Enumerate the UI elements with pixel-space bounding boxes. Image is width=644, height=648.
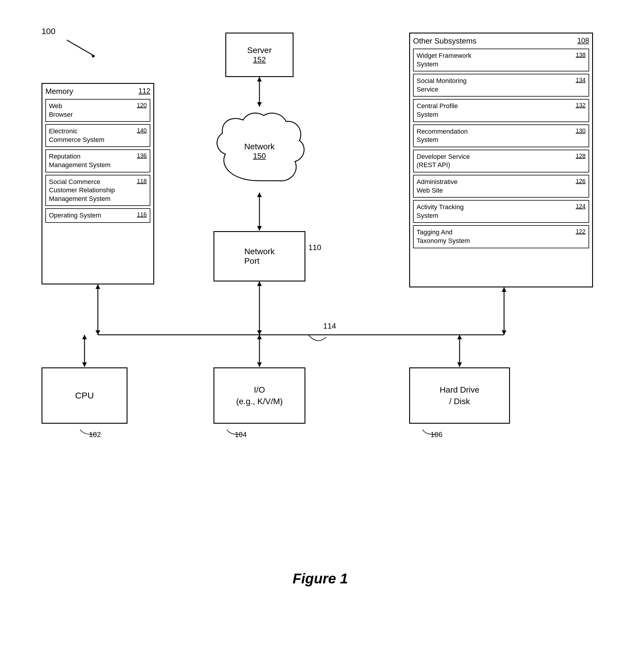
svg-marker-4 <box>257 102 262 107</box>
tagging-taxonomy-box: Tagging AndTaxonomy System 122 <box>413 225 589 248</box>
hd-title: Hard Drive/ Disk <box>440 384 480 407</box>
widget-framework-title: Widget FrameworkSystem <box>416 52 472 68</box>
server-box: Server 152 <box>225 33 294 77</box>
web-browser-box: WebBrowser 120 <box>45 99 150 122</box>
label-io: 104 <box>225 428 246 437</box>
os-num: 116 <box>137 211 147 218</box>
svg-marker-3 <box>257 77 262 82</box>
widget-framework-box: Widget FrameworkSystem 138 <box>413 49 589 71</box>
label-hd: 106 <box>421 428 442 439</box>
network-cloud: Network 150 <box>207 110 311 193</box>
ecommerce-box: ElectronicCommerce System 140 <box>45 124 150 147</box>
os-title: Operating System <box>49 211 101 220</box>
widget-framework-num: 138 <box>576 52 586 58</box>
memory-title: Memory <box>45 87 73 96</box>
network-title: Network <box>244 142 275 151</box>
svg-marker-19 <box>82 335 87 339</box>
admin-web-title: AdministrativeWeb Site <box>416 178 457 195</box>
svg-marker-11 <box>95 330 100 335</box>
reputation-num: 136 <box>137 152 147 159</box>
svg-marker-17 <box>502 330 506 335</box>
tagging-taxonomy-title: Tagging AndTaxonomy System <box>416 228 470 245</box>
svg-marker-22 <box>257 335 262 339</box>
social-commerce-num: 118 <box>137 178 147 184</box>
svg-line-0 <box>67 40 95 56</box>
svg-marker-10 <box>95 284 100 289</box>
reputation-title: ReputationManagement System <box>49 152 111 169</box>
memory-box: Memory 112 WebBrowser 120 ElectronicComm… <box>42 83 154 284</box>
hard-drive-box: Hard Drive/ Disk <box>409 367 510 424</box>
reputation-box: ReputationManagement System 136 <box>45 149 150 172</box>
svg-marker-6 <box>257 193 262 197</box>
network-num: 150 <box>244 151 275 161</box>
activity-tracking-title: Activity TrackingSystem <box>416 203 464 220</box>
server-title: Server <box>247 46 271 55</box>
svg-marker-14 <box>257 330 262 335</box>
recommendation-title: RecommendationSystem <box>416 127 467 144</box>
svg-marker-23 <box>257 362 262 367</box>
ecommerce-title: ElectronicCommerce System <box>49 127 104 144</box>
label-cpu: 102 <box>79 428 102 439</box>
central-profile-title: Central ProfileSystem <box>416 102 458 119</box>
developer-service-box: Developer Service(REST API) 128 <box>413 150 589 172</box>
recommendation-box: RecommendationSystem 130 <box>413 124 589 147</box>
admin-web-box: AdministrativeWeb Site 126 <box>413 175 589 198</box>
cpu-box: CPU <box>42 367 128 424</box>
social-monitoring-box: Social MonitoringService 134 <box>413 74 589 97</box>
io-num: 104 <box>235 431 247 439</box>
tagging-taxonomy-num: 122 <box>576 228 586 235</box>
io-box: I/O(e.g., K/V/M) <box>213 367 305 424</box>
cpu-title: CPU <box>75 390 94 400</box>
developer-service-num: 128 <box>576 153 586 159</box>
hd-num: 106 <box>431 431 442 439</box>
cpu-num: 102 <box>89 431 101 439</box>
label-110: 110 <box>308 243 321 252</box>
admin-web-num: 126 <box>576 178 586 184</box>
svg-marker-13 <box>257 281 262 286</box>
svg-marker-7 <box>257 226 262 230</box>
svg-marker-26 <box>457 362 462 367</box>
other-title: Other Subsystems <box>413 37 477 46</box>
developer-service-title: Developer Service(REST API) <box>416 153 470 169</box>
social-commerce-title: Social CommerceCustomer RelationshipMana… <box>49 178 115 203</box>
label-100: 100 <box>42 27 55 36</box>
web-browser-title: WebBrowser <box>49 102 73 119</box>
social-commerce-box: Social CommerceCustomer RelationshipMana… <box>45 175 150 206</box>
server-num: 152 <box>253 55 266 64</box>
ecommerce-num: 140 <box>137 127 147 134</box>
central-profile-num: 132 <box>576 102 586 109</box>
svg-marker-1 <box>91 54 95 58</box>
svg-marker-16 <box>502 287 506 292</box>
svg-marker-25 <box>457 335 462 339</box>
other-num: 108 <box>577 37 589 46</box>
io-title: I/O(e.g., K/V/M) <box>236 384 283 407</box>
diagram-container: 100 Server 152 Memory 112 WebBrowser 120… <box>24 18 617 596</box>
social-monitoring-title: Social MonitoringService <box>416 77 467 94</box>
figure-caption: Figure 1 <box>293 571 348 587</box>
activity-tracking-box: Activity TrackingSystem 124 <box>413 200 589 223</box>
netport-title: NetworkPort <box>244 247 275 266</box>
netport-box: NetworkPort <box>213 231 305 281</box>
svg-marker-20 <box>82 362 87 367</box>
social-monitoring-num: 134 <box>576 77 586 84</box>
web-browser-num: 120 <box>137 102 147 109</box>
os-box: Operating System 116 <box>45 208 150 223</box>
label-114: 114 <box>323 321 336 331</box>
central-profile-box: Central ProfileSystem 132 <box>413 99 589 122</box>
activity-tracking-num: 124 <box>576 203 586 210</box>
recommendation-num: 130 <box>576 127 586 134</box>
other-subsystems-box: Other Subsystems 108 Widget FrameworkSys… <box>409 33 593 287</box>
memory-num: 112 <box>139 87 150 96</box>
